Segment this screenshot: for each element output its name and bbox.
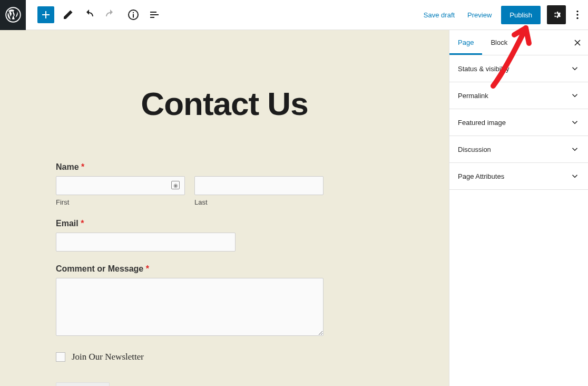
panel-featured-image[interactable]: Featured image — [449, 109, 588, 136]
required-marker: * — [81, 162, 84, 171]
last-sub: Last — [194, 198, 324, 206]
chevron-down-icon — [570, 144, 580, 154]
first-sub: First — [56, 198, 185, 206]
tab-block[interactable]: Block — [482, 30, 516, 55]
chevron-down-icon — [570, 64, 580, 73]
list-view-icon[interactable] — [145, 5, 164, 24]
message-label: Comment or Message * — [56, 264, 324, 274]
panel-label: Permalink — [458, 92, 488, 100]
publish-button[interactable]: Publish — [501, 6, 541, 24]
edit-tools-button[interactable] — [58, 5, 77, 24]
required-marker: * — [146, 264, 149, 273]
last-name-input[interactable] — [194, 176, 324, 195]
chevron-down-icon — [570, 91, 580, 100]
editor-toolbar: Save draft Preview Publish — [0, 0, 588, 30]
settings-sidebar: Page Block Status & visibility Permalink… — [449, 30, 588, 386]
required-marker: * — [81, 219, 84, 228]
svg-point-6 — [576, 17, 578, 19]
panel-page-attributes[interactable]: Page Attributes — [449, 163, 588, 190]
first-name-input[interactable] — [56, 176, 185, 195]
panel-label: Status & visibility — [458, 65, 509, 73]
wordpress-logo-icon[interactable] — [0, 0, 26, 30]
email-input[interactable] — [56, 233, 236, 252]
submit-button[interactable]: Submit — [56, 382, 110, 386]
name-label: Name * — [56, 162, 324, 172]
email-label-text: Email — [56, 219, 79, 228]
email-label: Email * — [56, 219, 324, 228]
panel-discussion[interactable]: Discussion — [449, 136, 588, 163]
tab-page[interactable]: Page — [449, 30, 482, 55]
svg-point-4 — [576, 11, 578, 12]
settings-button[interactable] — [547, 5, 566, 24]
panel-label: Featured image — [458, 119, 506, 127]
newsletter-label: Join Our Newsletter — [72, 352, 144, 362]
add-block-button[interactable] — [37, 6, 54, 23]
preview-link[interactable]: Preview — [461, 11, 498, 19]
autofill-contacts-icon[interactable]: ◉ — [171, 181, 180, 189]
message-textarea[interactable] — [56, 278, 324, 336]
name-label-text: Name — [56, 162, 79, 171]
svg-rect-3 — [133, 12, 134, 13]
panel-permalink[interactable]: Permalink — [449, 82, 588, 109]
close-sidebar-icon[interactable] — [567, 30, 588, 55]
info-icon[interactable] — [124, 5, 143, 24]
undo-button[interactable] — [80, 5, 99, 24]
redo-button — [101, 5, 120, 24]
svg-point-5 — [576, 14, 578, 15]
chevron-down-icon — [570, 118, 580, 127]
editor-canvas: Contact Us Name * ◉ First — [0, 30, 449, 386]
panel-status-visibility[interactable]: Status & visibility — [449, 55, 588, 82]
editor-canvas-scroll[interactable]: Contact Us Name * ◉ First — [0, 30, 449, 386]
more-menu-icon[interactable] — [569, 3, 586, 27]
contact-form: Name * ◉ First Last — [0, 162, 324, 386]
panel-label: Discussion — [458, 146, 491, 153]
newsletter-checkbox[interactable] — [56, 352, 65, 362]
message-label-text: Comment or Message — [56, 264, 143, 273]
panel-label: Page Attributes — [458, 172, 504, 180]
chevron-down-icon — [570, 171, 580, 181]
page-title[interactable]: Contact Us — [0, 30, 449, 122]
save-draft-link[interactable]: Save draft — [417, 11, 461, 19]
svg-rect-2 — [133, 14, 134, 18]
